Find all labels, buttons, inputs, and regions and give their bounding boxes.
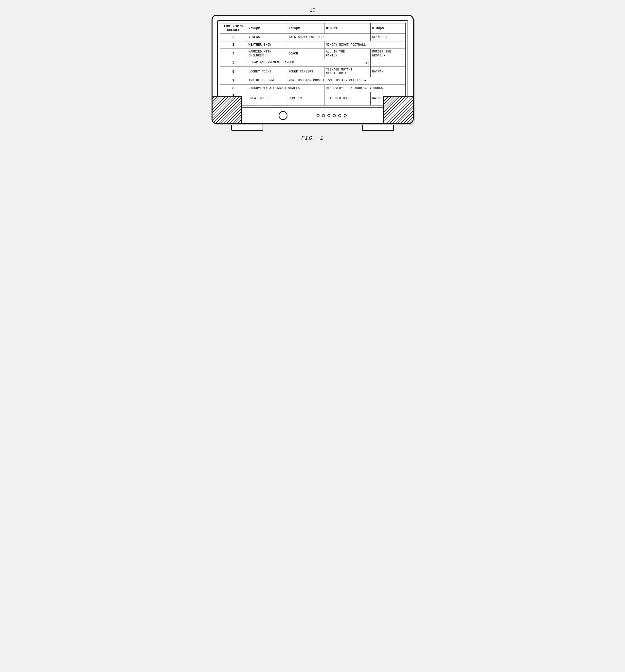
channel-row: 8DISCOVERY: ALL ABOUT WHALESDISCOVERY: H…: [220, 85, 405, 92]
program-cell[interactable]: WEATHER SHOW: [247, 41, 324, 49]
program-title: COACH: [288, 52, 298, 55]
monitor-feet: [211, 124, 414, 131]
indicator-dot: [338, 114, 341, 117]
program-title: LOONEY TOONS: [249, 70, 271, 73]
program-cell[interactable]: TALK SHOW: POLITICS: [287, 34, 371, 41]
channel-row: 5CLEAR AND PRESENT DANGERS: [220, 59, 405, 67]
program-cell[interactable]: THIS OLD HOUSE: [324, 92, 371, 105]
program-cell[interactable]: SEINFELD: [371, 34, 405, 41]
program-title: GREAT CHEFS: [249, 97, 270, 100]
channel-row: 7INSIDE THE NFLNBA: HOUSTON ROCKETS vs. …: [220, 77, 405, 85]
channel-number: 6: [220, 67, 247, 77]
header-timeslot-800: 8:00pm: [324, 23, 371, 34]
program-title: MONDAY NIGHT FOOTBALL: [326, 43, 366, 47]
program-title: NATURE: [372, 97, 384, 100]
channel-number: 2: [220, 34, 247, 41]
header-timeslot-730: 7:30pm: [287, 23, 324, 34]
s-badge: S: [365, 61, 369, 65]
channel-row: 4MARRIED WITHCHILDRENCOACHALL IN THEFAMI…: [220, 49, 405, 59]
indicator-dot: [322, 114, 325, 117]
program-title: TALK SHOW: POLITICS: [288, 35, 324, 39]
program-title: THIS OLD HOUSE: [326, 97, 352, 100]
program-title: MURDER SHEWROTE ►: [372, 50, 391, 57]
epg-grid: TIME 7:01pm CHANNEL 7:00pm 7:30pm 8:00pm…: [220, 23, 406, 105]
program-cell[interactable]: GREAT CHEFS: [247, 92, 287, 105]
program-title: ALL IN THEFAMILY: [326, 50, 345, 57]
program-cell[interactable]: TEENAGE MUTANTNINJA TURTLE: [324, 67, 371, 77]
program-title: INSIDE THE NFL: [249, 79, 275, 82]
program-cell[interactable]: MURDER SHEWROTE ►: [371, 49, 405, 59]
program-cell[interactable]: NBA: HOUSTON ROCKETS vs. BOSTON CELTICS …: [287, 77, 405, 85]
channel-number: 5: [220, 59, 247, 67]
program-title: HOMETIME: [288, 97, 304, 100]
program-cell[interactable]: BATMAN: [371, 67, 405, 77]
screen-bezel: TIME 7:01pm CHANNEL 7:00pm 7:30pm 8:00pm…: [217, 20, 408, 108]
program-cell[interactable]: ◄ NEWS: [247, 34, 287, 41]
reference-number: 10: [309, 7, 315, 13]
program-title: CLEAR AND PRESENT DANGER: [249, 61, 294, 65]
channel-number: 4: [220, 49, 247, 59]
monitor-bottom: [212, 108, 413, 123]
program-title: DISCOVERY: ALL ABOUT WHALES: [249, 87, 300, 90]
program-title: MARRIED WITHCHILDREN: [249, 50, 271, 57]
program-cell[interactable]: ALL IN THEFAMILY: [324, 49, 371, 59]
channel-row: 2◄ NEWSTALK SHOW: POLITICSSEINFELD: [220, 34, 405, 41]
program-title: TEENAGE MUTANTNINJA TURTLE: [326, 68, 352, 75]
program-cell[interactable]: COACH: [287, 49, 324, 59]
program-title: WEATHER SHOW: [249, 43, 271, 47]
header-time: TIME 7:01pm CHANNEL: [220, 23, 247, 34]
program-title: ◄ NEWS: [249, 35, 260, 39]
figure-label: FIG. 1: [301, 135, 324, 141]
program-cell[interactable]: MONDAY NIGHT FOOTBALL: [324, 41, 405, 49]
foot-left: [231, 124, 263, 131]
header-timeslot-830: 8:30pm: [371, 23, 405, 34]
program-title: DISCOVERY: HOW YOUR BODY WORKS: [326, 87, 383, 90]
indicator-dot: [344, 114, 347, 117]
program-cell[interactable]: MARRIED WITHCHILDREN: [247, 49, 287, 59]
power-button[interactable]: [279, 111, 287, 120]
foot-right: [362, 124, 394, 131]
hatch-right: [383, 96, 413, 123]
indicator-dot: [317, 114, 320, 117]
program-cell[interactable]: INSIDE THE NFL: [247, 77, 287, 85]
program-cell[interactable]: LOONEY TOONS: [247, 67, 287, 77]
program-title: NBA: HOUSTON ROCKETS vs. BOSTON CELTICS …: [288, 79, 366, 82]
hatch-left: [212, 96, 242, 123]
indicator-dot: [327, 114, 330, 117]
channel-number: 8: [220, 85, 247, 92]
program-cell[interactable]: [371, 59, 405, 67]
channel-number: 7: [220, 77, 247, 85]
indicator-dot: [333, 114, 336, 117]
channel-row: 6LOONEY TOONSPOWER RANGERSTEENAGE MUTANT…: [220, 67, 405, 77]
monitor-wrapper: 10 TIME 7:01pm CHANNEL 7:00pm 7:30pm 8:0…: [211, 15, 414, 131]
program-title: BATMAN: [372, 70, 384, 73]
program-cell[interactable]: DISCOVERY: HOW YOUR BODY WORKS: [324, 85, 405, 92]
channel-row: 3WEATHER SHOWMONDAY NIGHT FOOTBALL: [220, 41, 405, 49]
dots-row: [317, 114, 347, 117]
program-title: POWER RANGERS: [288, 70, 313, 73]
program-cell[interactable]: POWER RANGERS: [287, 67, 324, 77]
monitor: TIME 7:01pm CHANNEL 7:00pm 7:30pm 8:00pm…: [211, 15, 414, 124]
channel-number: 3: [220, 41, 247, 49]
channel-row: 9↓GREAT CHEFSHOMETIMETHIS OLD HOUSENATUR…: [220, 92, 405, 105]
program-cell[interactable]: DISCOVERY: ALL ABOUT WHALES: [247, 85, 324, 92]
program-cell[interactable]: HOMETIME: [287, 92, 324, 105]
program-cell[interactable]: CLEAR AND PRESENT DANGERS: [247, 59, 371, 67]
header-timeslot-700: 7:00pm: [247, 23, 287, 34]
program-title: SEINFELD: [372, 35, 387, 39]
